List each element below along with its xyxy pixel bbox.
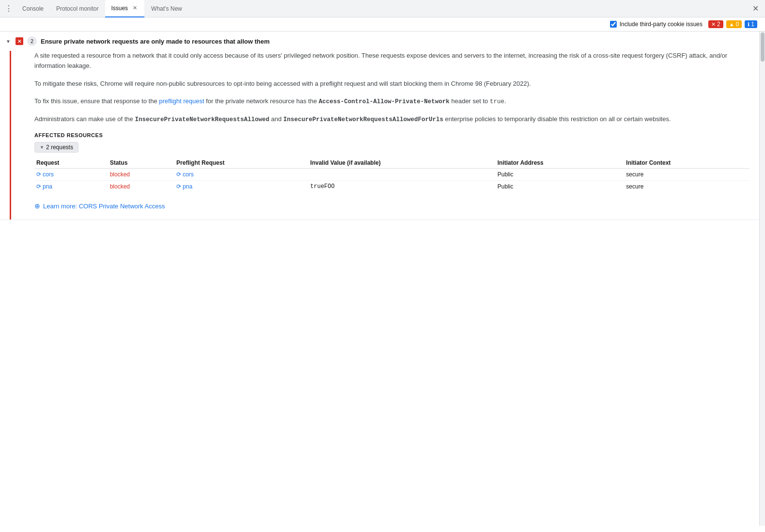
issue-desc-1: A site requested a resource from a netwo… (34, 51, 749, 71)
cell-initiator-context-0: secure (624, 169, 749, 181)
third-party-cookie-checkbox[interactable] (610, 21, 617, 28)
col-preflight-request: Preflight Request (174, 157, 308, 169)
cell-preflight-1: ⟳pna (174, 181, 308, 193)
learn-more-icon: ⊕ (34, 202, 40, 210)
tab-whats-new[interactable]: What's New (145, 0, 188, 17)
cell-status-1: blocked (108, 181, 174, 193)
issue-chevron-icon: ▼ (6, 39, 12, 44)
warning-badge: ▲ 0 (726, 20, 742, 28)
error-badge: ✕ 2 (708, 20, 723, 28)
main-content: ▼ ✕ 2 Ensure private network requests ar… (0, 31, 765, 526)
tab-protocol-monitor[interactable]: Protocol monitor (50, 0, 104, 17)
preflight-request-link[interactable]: preflight request (159, 97, 204, 105)
tab-console[interactable]: Console (16, 0, 49, 17)
info-badge: ℹ 1 (745, 20, 757, 28)
issues-toolbar: Include third-party cookie issues ✕ 2 ▲ … (0, 17, 765, 31)
col-status: Status (108, 157, 174, 169)
issue-desc-3: To fix this issue, ensure that response … (34, 96, 749, 107)
cell-request-0: ⟳cors (34, 169, 108, 181)
issue-desc-4: Administrators can make use of the Insec… (34, 114, 749, 125)
cell-initiator-context-1: secure (624, 181, 749, 193)
tab-bar: ⋮ Console Protocol monitor Issues ✕ What… (0, 0, 765, 17)
preflight-link-icon-0: ⟳ (176, 171, 181, 178)
issues-panel[interactable]: ▼ ✕ 2 Ensure private network requests ar… (0, 31, 759, 526)
status-blocked-1: blocked (110, 183, 130, 190)
cell-invalid-value-1: trueFOO (308, 181, 495, 193)
issue-body: A site requested a resource from a netwo… (10, 51, 759, 219)
third-party-cookie-label: Include third-party cookie issues (620, 21, 703, 28)
cell-initiator-address-0: Public (496, 169, 624, 181)
scrollbar-thumb[interactable] (761, 32, 765, 62)
learn-more-link[interactable]: ⊕ Learn more: CORS Private Network Acces… (34, 202, 749, 210)
issue-count-badge: 2 (27, 36, 37, 46)
request-link-icon-0: ⟳ (36, 171, 41, 178)
cell-invalid-value-0 (308, 169, 495, 181)
warning-badge-icon: ▲ (729, 21, 734, 27)
col-initiator-address: Initiator Address (496, 157, 624, 169)
info-badge-count: 1 (751, 21, 754, 28)
request-link-0[interactable]: ⟳cors (36, 171, 102, 178)
table-row: ⟳pnablocked⟳pnatrueFOOPublicsecure (34, 181, 749, 193)
insecure-policy-code2: InsecurePrivateNetworkRequestsAllowedFor… (283, 116, 443, 123)
cell-request-1: ⟳pna (34, 181, 108, 193)
insecure-policy-code1: InsecurePrivateNetworkRequestsAllowed (135, 116, 269, 123)
col-initiator-context: Initiator Context (624, 157, 749, 169)
cell-status-0: blocked (108, 169, 174, 181)
issue-title: Ensure private network requests are only… (41, 38, 269, 45)
requests-toggle-label: 2 requests (46, 144, 73, 151)
info-badge-icon: ℹ (748, 21, 749, 28)
access-control-code: Access-Control-Allow-Private-Network (319, 98, 450, 105)
tab-issues[interactable]: Issues ✕ (105, 0, 144, 17)
issue-group-private-network: ▼ ✕ 2 Ensure private network requests ar… (0, 31, 759, 220)
col-request: Request (34, 157, 108, 169)
close-devtools-button[interactable]: ✕ (749, 3, 761, 15)
learn-more-text: Learn more: CORS Private Network Access (43, 203, 165, 210)
third-party-cookie-checkbox-label[interactable]: Include third-party cookie issues (610, 21, 703, 28)
requests-toggle[interactable]: ▼ 2 requests (34, 142, 78, 153)
tab-console-label: Console (22, 5, 44, 12)
issue-desc-2: To mitigate these risks, Chrome will req… (34, 79, 749, 89)
issue-header[interactable]: ▼ ✕ 2 Ensure private network requests ar… (0, 31, 759, 51)
table-row: ⟳corsblocked⟳corsPublicsecure (34, 169, 749, 181)
status-blocked-0: blocked (110, 171, 130, 178)
tab-issues-label: Issues (111, 5, 128, 12)
preflight-link-icon-1: ⟳ (176, 183, 181, 190)
tab-whats-new-label: What's New (151, 5, 182, 12)
requests-toggle-chevron-icon: ▼ (40, 145, 44, 150)
error-badge-count: 2 (717, 21, 720, 28)
more-tabs-button[interactable]: ⋮ (4, 4, 14, 14)
close-issues-tab-button[interactable]: ✕ (131, 4, 139, 12)
true-code: true (490, 98, 504, 105)
resources-table: Request Status Preflight Request Invalid… (34, 157, 749, 192)
warning-badge-count: 0 (736, 21, 739, 28)
issue-error-icon: ✕ (16, 37, 23, 45)
request-link-icon-1: ⟳ (36, 183, 41, 190)
issue-badges: ✕ 2 ▲ 0 ℹ 1 (708, 20, 757, 28)
preflight-link-1[interactable]: ⟳pna (176, 183, 302, 190)
tab-protocol-monitor-label: Protocol monitor (56, 5, 98, 12)
cell-initiator-address-1: Public (496, 181, 624, 193)
preflight-link-0[interactable]: ⟳cors (176, 171, 302, 178)
scrollbar-track (759, 31, 765, 526)
request-link-1[interactable]: ⟳pna (36, 183, 102, 190)
error-badge-icon: ✕ (711, 21, 716, 28)
col-invalid-value: Invalid Value (if available) (308, 157, 495, 169)
affected-resources-label: AFFECTED RESOURCES (34, 132, 749, 138)
cell-preflight-0: ⟳cors (174, 169, 308, 181)
